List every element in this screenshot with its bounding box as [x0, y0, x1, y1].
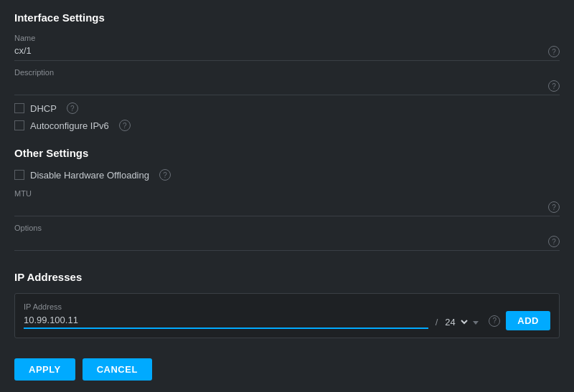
- disable-hw-offloading-row: Disable Hardware Offloading ?: [14, 169, 560, 181]
- mtu-input[interactable]: [14, 199, 544, 213]
- disable-hw-offloading-help-icon[interactable]: ?: [159, 169, 171, 181]
- ip-address-wrapper: IP Address: [24, 302, 428, 329]
- ip-addresses-section: IP Addresses IP Address / 24 8 16 32: [14, 271, 560, 341]
- cidr-slash: /: [436, 317, 438, 328]
- mtu-help-icon[interactable]: ?: [548, 201, 560, 213]
- ip-address-input[interactable]: [24, 312, 428, 329]
- interface-settings-section: Interface Settings Name ? Description ? …: [14, 11, 560, 137]
- name-input[interactable]: [14, 44, 544, 57]
- name-help-icon[interactable]: ?: [548, 46, 560, 57]
- description-field-inner: Description: [14, 68, 544, 92]
- options-help-icon[interactable]: ?: [548, 236, 560, 247]
- autoconfigure-ipv6-help-icon[interactable]: ?: [119, 120, 131, 131]
- name-field-inner: Name: [14, 34, 544, 57]
- other-settings-section: Other Settings Disable Hardware Offloadi…: [14, 147, 560, 258]
- disable-hw-offloading-checkbox[interactable]: [14, 170, 24, 180]
- cidr-group: / 24 8 16 32: [434, 316, 479, 328]
- ip-box: IP Address / 24 8 16 32 ?: [14, 293, 560, 338]
- options-field-group: Options ?: [14, 224, 560, 251]
- cidr-dropdown-arrow[interactable]: [473, 321, 479, 325]
- page-container: Interface Settings Name ? Description ? …: [0, 0, 574, 392]
- cancel-button[interactable]: CANCEL: [83, 358, 152, 381]
- dhcp-checkbox[interactable]: [14, 103, 24, 113]
- description-field-group: Description ?: [14, 68, 560, 95]
- add-button[interactable]: ADD: [506, 311, 550, 330]
- mtu-field-inner: MTU: [14, 189, 544, 213]
- options-field-inner: Options: [14, 224, 544, 247]
- footer-buttons: APPLY CANCEL: [14, 353, 560, 381]
- mtu-label: MTU: [14, 189, 544, 198]
- ip-input-row: IP Address / 24 8 16 32 ?: [24, 301, 550, 330]
- ip-help-icon[interactable]: ?: [489, 315, 500, 327]
- dhcp-help-icon[interactable]: ?: [67, 102, 78, 114]
- dhcp-row: DHCP ?: [14, 102, 560, 114]
- apply-button[interactable]: APPLY: [14, 358, 75, 381]
- autoconfigure-ipv6-label: Autoconfigure IPv6: [30, 120, 109, 131]
- other-settings-title: Other Settings: [14, 147, 560, 159]
- options-input[interactable]: [14, 234, 544, 247]
- options-label: Options: [14, 224, 544, 232]
- description-help-icon[interactable]: ?: [548, 80, 560, 92]
- dhcp-label: DHCP: [30, 103, 57, 114]
- cidr-select[interactable]: 24 8 16 32: [442, 316, 470, 328]
- name-field-group: Name ?: [14, 34, 560, 61]
- description-input[interactable]: [14, 78, 544, 92]
- autoconfigure-ipv6-checkbox[interactable]: [14, 120, 24, 130]
- name-label: Name: [14, 34, 544, 42]
- mtu-field-group: MTU ?: [14, 189, 560, 216]
- description-label: Description: [14, 68, 544, 77]
- interface-settings-title: Interface Settings: [14, 11, 560, 24]
- ip-address-label: IP Address: [24, 302, 428, 311]
- autoconfigure-ipv6-row: Autoconfigure IPv6 ?: [14, 120, 560, 131]
- disable-hw-offloading-label: Disable Hardware Offloading: [30, 170, 149, 181]
- ip-addresses-title: IP Addresses: [14, 271, 560, 283]
